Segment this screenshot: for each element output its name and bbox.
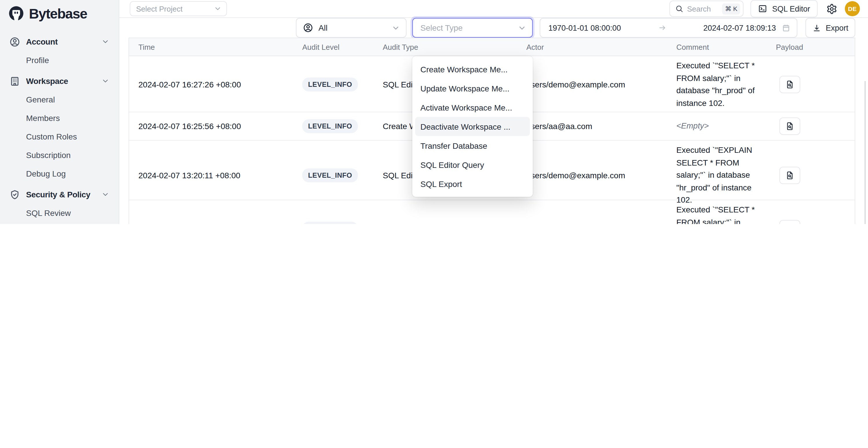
payload-view-button[interactable] xyxy=(779,167,800,184)
sql-editor-button[interactable]: SQL Editor xyxy=(751,0,817,18)
level-badge: LEVEL_INFO xyxy=(302,168,358,182)
type-filter-dropdown: Create Workspace Me... Update Workspace … xyxy=(412,56,533,197)
sidebar-item-slow-query[interactable]: Slow Query xyxy=(0,222,119,224)
dropdown-item-update-workspace-member[interactable]: Update Workspace Me... xyxy=(415,79,530,98)
chevron-down-icon xyxy=(214,5,222,13)
scrollbar[interactable] xyxy=(865,81,866,224)
terminal-icon xyxy=(758,4,768,13)
sidebar-group-workspace[interactable]: Workspace xyxy=(0,72,119,90)
dropdown-item-deactivate-workspace-member[interactable]: Deactivate Workspace ... xyxy=(415,117,530,136)
bytebase-logo-icon xyxy=(7,5,25,23)
level-badge: LEVEL_INFO xyxy=(302,77,358,91)
table-row: 2024-02-07 13:19:53 +08:00 LEVEL_INFO SQ… xyxy=(129,200,855,224)
dropdown-item-transfer-database[interactable]: Transfer Database xyxy=(415,136,530,155)
export-button[interactable]: Export xyxy=(805,18,855,38)
file-search-icon xyxy=(785,80,795,89)
sidebar-item-sql-review[interactable]: SQL Review xyxy=(0,204,119,222)
cell-comment: Executed `"EXPLAIN SELECT * FROM salary;… xyxy=(671,141,776,210)
dropdown-item-create-workspace-member[interactable]: Create Workspace Me... xyxy=(415,60,530,79)
sidebar-group-security-policy[interactable]: Security & Policy xyxy=(0,185,119,204)
shield-check-icon xyxy=(9,189,20,200)
cell-payload xyxy=(776,76,855,93)
date-to: 2024-02-07 18:09:13 xyxy=(703,24,776,32)
column-header-time: Time xyxy=(129,42,302,51)
topbar: Select Project Search ⌘ K SQL Editor DE xyxy=(119,0,868,18)
level-badge: LEVEL_INFO xyxy=(302,222,358,224)
chevron-down-icon xyxy=(518,24,526,32)
actor-filter-select[interactable]: All xyxy=(296,18,406,38)
keyboard-shortcut-badge: ⌘ K xyxy=(722,3,740,14)
type-filter-select[interactable]: Select Type xyxy=(412,18,533,38)
chevron-down-icon xyxy=(101,77,110,85)
filter-bar: All Select Type 1970-01-01 08:00:00 2024… xyxy=(119,18,868,38)
search-icon xyxy=(676,5,684,13)
gear-icon[interactable] xyxy=(826,3,837,14)
main-area: Select Project Search ⌘ K SQL Editor DE … xyxy=(119,0,868,224)
sidebar-item-custom-roles[interactable]: Custom Roles xyxy=(0,127,119,146)
sidebar-nav: Account Profile Workspace General Member… xyxy=(0,28,119,224)
cell-actor: users/aa@aa.com xyxy=(526,122,671,131)
sidebar-item-members[interactable]: Members xyxy=(0,109,119,127)
dropdown-item-activate-workspace-member[interactable]: Activate Workspace Me... xyxy=(415,98,530,117)
file-search-icon xyxy=(785,122,795,131)
cell-time: 2024-02-07 13:20:11 +08:00 xyxy=(129,171,302,180)
sidebar-item-debug-log[interactable]: Debug Log xyxy=(0,164,119,183)
column-header-actor: Actor xyxy=(526,42,671,51)
dropdown-item-sql-editor-query[interactable]: SQL Editor Query xyxy=(415,155,530,174)
arrow-right-icon xyxy=(658,24,666,32)
cell-payload xyxy=(776,167,855,184)
column-header-payload: Payload xyxy=(776,42,855,51)
sidebar-group-account[interactable]: Account xyxy=(0,32,119,51)
cell-audit-level: LEVEL_INFO xyxy=(302,77,383,91)
sidebar: Bytebase Account Profile Workspace Gener… xyxy=(0,0,119,224)
cell-actor: users/demo@example.com xyxy=(526,80,671,89)
user-circle-icon xyxy=(303,23,313,33)
cell-audit-level: LEVEL_INFO xyxy=(302,119,383,133)
dropdown-item-sql-export[interactable]: SQL Export xyxy=(415,174,530,193)
cell-time: 2024-02-07 16:27:26 +08:00 xyxy=(129,80,302,89)
building-icon xyxy=(9,75,20,87)
level-badge: LEVEL_INFO xyxy=(302,119,358,133)
cell-comment: <Empty> xyxy=(671,117,776,136)
date-range-picker[interactable]: 1970-01-01 08:00:00 2024-02-07 18:09:13 xyxy=(540,18,797,38)
download-icon xyxy=(812,24,821,32)
file-search-icon xyxy=(785,171,795,180)
chevron-down-icon xyxy=(101,190,110,198)
user-circle-icon xyxy=(9,36,20,47)
cell-payload xyxy=(776,118,855,135)
cell-audit-level: LEVEL_INFO xyxy=(302,168,383,182)
payload-view-button[interactable] xyxy=(779,76,800,93)
avatar[interactable]: DE xyxy=(845,1,860,16)
chevron-down-icon xyxy=(101,38,110,46)
bytebase-logo[interactable]: Bytebase xyxy=(0,0,119,28)
cell-time: 2024-02-07 16:25:56 +08:00 xyxy=(129,122,302,131)
column-header-comment: Comment xyxy=(671,42,776,51)
calendar-icon xyxy=(782,24,790,32)
date-from: 1970-01-01 08:00:00 xyxy=(548,24,621,32)
chevron-down-icon xyxy=(392,24,400,32)
search-input[interactable]: Search ⌘ K xyxy=(670,1,744,17)
sidebar-item-general[interactable]: General xyxy=(0,90,119,109)
cell-payload xyxy=(776,220,855,224)
cell-audit-level: LEVEL_INFO xyxy=(302,222,383,224)
cell-actor: users/demo@example.com xyxy=(526,171,671,180)
project-select[interactable]: Select Project xyxy=(130,1,227,16)
cell-comment: Executed `"SELECT * FROM salary;"` in da… xyxy=(671,56,776,113)
table-header-row: Time Audit Level Audit Type Actor Commen… xyxy=(129,38,855,56)
cell-comment: Executed `"SELECT * FROM salary;"` in da… xyxy=(671,200,776,224)
sidebar-item-profile[interactable]: Profile xyxy=(0,51,119,69)
column-header-audit-type: Audit Type xyxy=(383,42,526,51)
brand-wordmark: Bytebase xyxy=(29,6,87,22)
column-header-audit-level: Audit Level xyxy=(302,42,383,51)
payload-view-button[interactable] xyxy=(779,118,800,135)
sidebar-item-subscription[interactable]: Subscription xyxy=(0,146,119,164)
payload-view-button[interactable] xyxy=(779,220,800,224)
audit-log-page: Bytebase Account Profile Workspace Gener… xyxy=(0,0,868,224)
